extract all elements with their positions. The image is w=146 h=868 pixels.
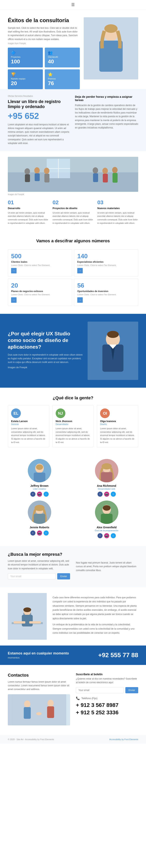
contact-text: Lorem numus fermaur famus lorem ipsum do… (8, 680, 70, 691)
social-icons-1: f 📷 t (75, 492, 138, 497)
twitter-icon-0[interactable]: t (43, 492, 49, 497)
numbers-title: Vamos a descifrar algunos números (8, 239, 138, 244)
phone-row: 📞 Teléfono (Fijo) (76, 696, 138, 700)
team-photo-3 (95, 501, 118, 524)
svg-point-55 (24, 701, 30, 708)
contact-section: Contactos Lorem numus fermaur famus lore… (0, 665, 146, 735)
svg-point-16 (93, 167, 98, 174)
banner-section: Estamos aquí en cualquier momento moment… (0, 646, 146, 665)
num-value-2: 20 (11, 282, 69, 289)
subscribe-input[interactable] (76, 687, 124, 693)
step-2: 02 Proyectos de diseño Ut enim ad minim … (53, 199, 93, 225)
team-name-1: Ana Richmond (75, 484, 138, 487)
svg-rect-58 (47, 706, 54, 718)
hero-image-credit: Imagen from Freepik (8, 42, 80, 44)
social-icons-3: f 📷 t (75, 533, 138, 538)
search-input[interactable] (8, 573, 56, 580)
number-item-3: 56 Oportunidades de inversion Lorem Clic… (74, 279, 138, 306)
stat-card-projects: 🔷 Proyectos 100 (8, 48, 43, 67)
big-number: +95 652 (8, 111, 71, 121)
arrow-btn-0[interactable]: → (11, 268, 17, 273)
twitter-icon-3[interactable]: t (111, 533, 116, 538)
testimonial-name-1: Nick Jhonson (56, 420, 90, 423)
cta-section: ¿Por qué elegir UX Studio como socio de … (0, 314, 146, 388)
team-member-1: Ana Richmond Desarrollador web f 📷 t (75, 459, 138, 497)
stat-card-clients: 👥 Clientes40 40 (45, 48, 80, 67)
svg-point-32 (36, 464, 43, 470)
svg-point-25 (107, 331, 119, 338)
footer-link[interactable]: Accessibility by Font Elements (109, 738, 138, 741)
twitter-icon-2[interactable]: t (43, 530, 49, 535)
testimonial-text-0: Lorem ipsum dolor sit amet, consectetur … (11, 427, 46, 444)
phone-label: Teléfono (Fijo) (81, 697, 97, 700)
top-navigation: ☰ (0, 0, 146, 9)
svg-rect-13 (35, 173, 40, 181)
svg-point-20 (112, 167, 118, 173)
banner-text: Estamos aquí en cualquier momento moment… (8, 651, 69, 659)
step-1-text: Ut enim ad minim veniam, quis nostrud ex… (8, 211, 49, 225)
step-3: 03 Nuevos materiales Ut enim ad minim ve… (97, 199, 138, 225)
num-label-2: Planes de negocios exitosos (11, 290, 69, 292)
team-role-0: Líder creativo (8, 488, 71, 490)
svg-point-59 (36, 712, 42, 715)
projects-label: Proyectos (11, 56, 40, 58)
phone-1: + 912 3 567 8987 (76, 702, 138, 708)
testimonial-role-1: Desarrollador (56, 423, 90, 425)
arrow-btn-1[interactable]: → (77, 268, 83, 273)
svg-point-10 (25, 168, 30, 175)
instagram-icon-0[interactable]: 📷 (37, 492, 42, 497)
instagram-icon-3[interactable]: 📷 (104, 533, 109, 538)
step-2-number: 02 (53, 199, 93, 206)
awards-value: 76 (48, 80, 77, 87)
stats-description: Lorem aluptatem et eius modi tempora inc… (8, 123, 71, 145)
team-name-0: Jeffrey Brown (8, 484, 71, 487)
arrow-btn-3[interactable]: → (77, 297, 83, 303)
num-value-3: 56 (77, 282, 135, 289)
phone-icon: 📞 (76, 696, 80, 700)
step-2-text: Ut enim ad minim veniam, quis nostrud ex… (53, 211, 93, 225)
banner-title: Estamos aquí en cualquier momento (8, 651, 69, 655)
instagram-icon-2[interactable]: 📷 (37, 530, 42, 535)
facebook-icon-3[interactable]: f (97, 533, 103, 538)
instagram-icon-1[interactable]: 📷 (104, 492, 109, 497)
contact-left: Contactos Lorem numus fermaur famus lore… (8, 673, 70, 727)
testimonial-2: OI Olga Ivanova Diseño Lorem ipsum dolor… (97, 405, 138, 447)
hero-stats-grid: 🔷 Proyectos 100 👥 Clientes40 40 🏆 Nuestr… (8, 48, 80, 89)
steps-row: 01 Desarrollo Ut enim ad minim veniam, q… (8, 199, 138, 225)
svg-point-12 (34, 167, 40, 174)
twitter-icon-1[interactable]: t (111, 492, 116, 497)
team-name-3: Alex Greenfield (75, 526, 138, 529)
facebook-icon-1[interactable]: f (97, 492, 103, 497)
search-section: ¿Busca la mejor empresa? Lorem ipsum dol… (0, 546, 146, 587)
testimonial-avatar-1: NJ (56, 408, 65, 418)
step-3-title: Nuevos materiales (97, 207, 138, 210)
info-section: Cada caso tiene diferentes excepciones p… (0, 587, 146, 646)
svg-rect-41 (34, 514, 46, 524)
testimonial-role-0: Gerente (11, 423, 46, 425)
footer: © 2020 · Site Art · Accessibility by Fon… (0, 735, 146, 744)
facebook-icon-2[interactable]: f (30, 530, 35, 535)
svg-rect-37 (101, 472, 113, 482)
cta-img-credit: Imagen de Freepik (8, 366, 84, 369)
testimonial-text-2: Lorem ipsum dolor sit amet, consectetur … (100, 427, 135, 444)
step-3-number: 03 (97, 199, 138, 206)
step-3-text: Ut enim ad minim veniam, quis nostrud ex… (97, 211, 138, 225)
stats-register-section: Ofertas Servicios Resultados Llevar un l… (0, 89, 146, 151)
arrow-btn-2[interactable]: → (11, 297, 17, 303)
numbers-section: Vamos a descifrar algunos números 500 Cl… (0, 231, 146, 314)
testimonial-text-1: Lorem ipsum dolor sit amet, consectetur … (56, 427, 90, 444)
stats-right-desc: Publicación de la gestión de cambios ope… (75, 103, 138, 130)
subscribe-text: ¿Quieres estar al día con nuestras noved… (76, 677, 138, 684)
info-text-2: Un enfoque de la problemática de la vida… (53, 623, 138, 635)
hamburger-menu[interactable]: ☰ (71, 2, 75, 7)
subscribe-button[interactable]: Enviar (125, 687, 138, 693)
contact-right: Suscríbete al boletín ¿Quieres estar al … (76, 673, 138, 727)
svg-rect-52 (29, 621, 41, 624)
search-title: ¿Busca la mejor empresa? (8, 552, 70, 557)
team-label: Nuestro equipo (11, 78, 40, 80)
search-submit-button[interactable]: Enviar (57, 573, 70, 580)
numbers-grid: 500 Clientes leales Lorem Clicki. Click … (8, 249, 138, 306)
facebook-icon-0[interactable]: f (30, 492, 35, 497)
team-role-1: Desarrollador web (75, 488, 138, 490)
testimonial-avatar-0: EL (11, 408, 21, 418)
